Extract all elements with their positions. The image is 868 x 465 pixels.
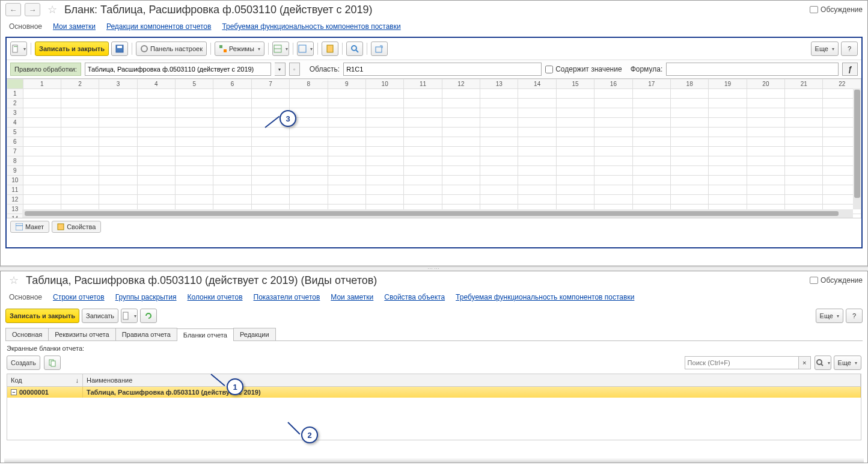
tool4-button[interactable] [346,42,363,56]
nav-tab-revisions[interactable]: Редакции компонентов отчетов [106,22,211,31]
more-button[interactable]: Еще [816,309,843,323]
has-value-checkbox[interactable]: Содержит значение [545,65,622,73]
new-dropdown-button[interactable] [10,42,27,56]
tab-basic[interactable]: Основная [5,328,49,340]
forward-button[interactable]: → [25,3,40,16]
formula-input[interactable] [666,63,839,76]
cell-name: Таблица, Расшифровка ф.0503110 (действуе… [83,387,861,398]
save-button[interactable] [111,42,128,56]
clear-search-button[interactable]: × [799,356,811,369]
table-row[interactable]: −00000001 Таблица, Расшифровка ф.0503110… [7,387,861,398]
svg-line-12 [356,50,358,52]
collapse-icon[interactable]: − [11,389,17,395]
formula-label: Формула: [631,65,663,73]
search-input[interactable] [685,356,799,369]
nav-tab-cols[interactable]: Колонки отчетов [188,293,243,301]
table-header: Код↓ Наименование [7,374,861,387]
callout-3: 3 [280,110,296,127]
nav-tab-required[interactable]: Требуемая функциональность компонентов п… [222,22,400,31]
tab-blanks[interactable]: Бланки отчета [177,328,234,341]
settings-panel-button[interactable]: Панель настроек [136,42,207,56]
zoom-icon [350,45,359,53]
tool1-button[interactable] [272,42,289,56]
svg-point-11 [352,46,356,51]
nav-tab-main[interactable]: Основное [9,293,42,301]
more-button[interactable]: Еще [811,42,839,56]
tool2-button[interactable] [297,42,314,56]
col-code[interactable]: Код↓ [7,374,83,386]
save-close-button[interactable]: Записать и закрыть [5,309,79,323]
horizontal-scrollbar[interactable] [22,209,853,218]
save-close-button[interactable]: Записать и закрыть [35,42,109,56]
area-label: Область: [310,65,340,73]
create-button[interactable]: Создать [7,356,40,370]
favorite-star-icon[interactable]: ☆ [47,3,57,16]
nav-tabs: Основное Мои заметки Редакции компоненто… [1,19,867,35]
svg-rect-6 [224,49,227,52]
callout-1: 1 [227,378,243,395]
nav-tab-notes[interactable]: Мои заметки [331,293,373,301]
layout-tab[interactable]: Макет [10,221,49,233]
rule-label: Правило обработки: [10,63,81,76]
area-input[interactable] [343,63,542,76]
svg-line-21 [821,364,823,366]
col-name[interactable]: Наименование [83,374,861,386]
nav-tab-groups[interactable]: Группы раскрытия [115,293,177,301]
modes-button[interactable]: Режимы [215,42,264,56]
back-button[interactable]: ← [5,3,21,16]
favorite-star-icon[interactable]: ☆ [9,274,19,287]
fx-button[interactable]: ƒ [842,63,858,76]
vertical-scrollbar[interactable] [853,88,861,209]
footer-tabs: Макет Свойства [7,218,861,235]
rule-input[interactable] [85,63,271,76]
page-title: Бланк: Таблица, Расшифровка ф.0503110 (д… [64,4,372,16]
chat-icon [810,277,818,284]
cell-code: −00000001 [7,387,83,398]
write-button[interactable]: Записать [82,309,118,323]
top-panel: ← → ☆ Бланк: Таблица, Расшифровка ф.0503… [0,0,868,267]
help-button[interactable]: ? [846,309,863,323]
nav-tab-objprops[interactable]: Свойства объекта [384,293,445,301]
nav-tab-notes[interactable]: Мои заметки [53,22,96,31]
discuss-button[interactable]: Обсуждение [810,276,863,285]
svg-rect-19 [51,361,55,366]
nav-tab-rows[interactable]: Строки отчетов [53,293,105,301]
tool-dd-button[interactable] [121,309,138,323]
tool5-button[interactable] [371,42,388,56]
more-button-2[interactable]: Еще [834,356,861,370]
props-icon [57,223,64,230]
discuss-label: Обсуждение [821,276,863,285]
tab-rules[interactable]: Правила отчета [115,328,177,340]
svg-rect-9 [299,45,306,52]
tool3-button[interactable] [322,42,338,56]
tab-revisions[interactable]: Редакции [233,328,276,340]
svg-rect-16 [58,224,64,230]
nav-tab-indicators[interactable]: Показатели отчетов [254,293,320,301]
tab-requisites[interactable]: Реквизиты отчета [48,328,115,340]
chat-icon [810,6,818,13]
svg-rect-14 [16,223,23,230]
rule-open[interactable]: ▫ [289,63,300,76]
spreadsheet-grid[interactable]: 1234567891011121314151617181920212212345… [7,78,861,218]
props-tab[interactable]: Свойства [52,221,101,233]
discuss-button[interactable]: Обсуждение [810,5,863,14]
svg-rect-10 [327,45,333,52]
header-row: ← → ☆ Бланк: Таблица, Расшифровка ф.0503… [1,1,867,19]
svg-rect-17 [123,312,128,319]
nav-tab-main[interactable]: Основное [9,22,42,31]
search-dd-button[interactable] [815,356,831,370]
rule-dropdown[interactable]: ▾ [275,63,286,76]
magnifier-icon [816,359,824,367]
copy-button[interactable] [44,356,61,370]
grid-icon [274,45,282,53]
modes-icon [219,45,227,53]
svg-point-4 [141,46,147,52]
tool-button[interactable] [140,309,157,323]
nav-tab-required[interactable]: Требуемая функциональность компонентов п… [456,293,634,301]
svg-point-20 [817,360,822,365]
layout-icon [16,223,23,230]
help-button[interactable]: ? [841,42,858,56]
document-icon [122,312,130,320]
document-icon [11,45,20,53]
svg-rect-3 [117,46,122,48]
